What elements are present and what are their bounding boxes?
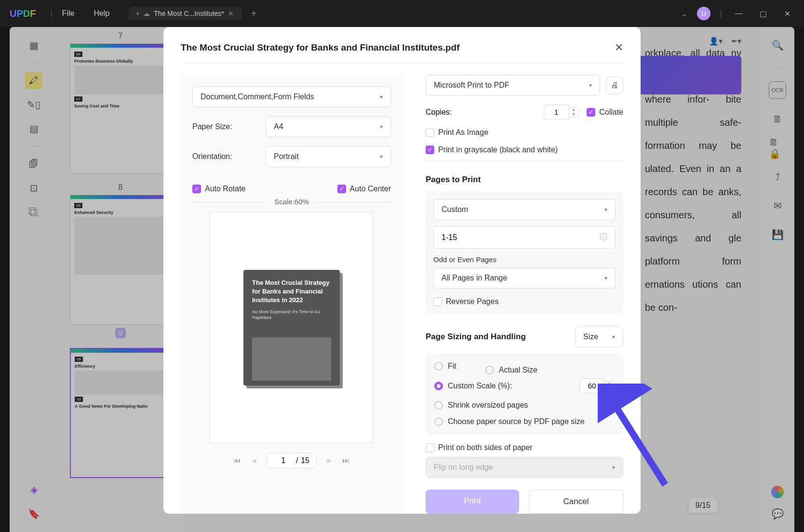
close-window-button[interactable]: ✕	[780, 9, 794, 18]
orientation-select[interactable]: Portrait	[266, 146, 391, 167]
both-sides-checkbox[interactable]	[426, 443, 434, 452]
print-dialog: The Most Crucial Strategy for Banks and …	[163, 27, 641, 514]
collate-checkbox[interactable]: ✓	[587, 108, 595, 117]
actual-size-radio[interactable]	[485, 366, 494, 374]
pages-mode-select[interactable]: Custom	[433, 199, 616, 220]
file-menu[interactable]: File	[62, 9, 75, 18]
copies-spinner[interactable]: ▲▼	[569, 107, 579, 118]
odd-even-label: Odd or Even Pages	[433, 255, 616, 264]
print-preview-panel: Document,Comment,Form Fields Paper Size:…	[181, 75, 402, 514]
next-page-icon[interactable]: »	[324, 454, 333, 467]
orientation-label: Orientation:	[192, 152, 260, 161]
odd-even-select[interactable]: All Pages in Range	[433, 267, 616, 289]
sizing-mode-select[interactable]: Size	[575, 326, 623, 347]
cancel-button[interactable]: Cancel	[529, 490, 623, 514]
copies-input[interactable]	[544, 105, 569, 120]
shrink-radio[interactable]	[434, 401, 443, 410]
print-dialog-overlay: The Most Crucial Strategy for Banks and …	[0, 27, 804, 532]
scale-spinner[interactable]: ▲▼	[604, 381, 615, 391]
custom-scale-input[interactable]	[579, 378, 604, 393]
chevron-down-icon: ▾	[136, 11, 139, 17]
close-tab-icon[interactable]: ✕	[228, 10, 234, 17]
pages-to-print-title: Pages to Print	[426, 175, 623, 185]
tab-title: The Most C...Institutes*	[154, 10, 224, 17]
fit-radio[interactable]	[434, 362, 443, 371]
print-preview: The Most Crucial Strategy for Banks and …	[210, 212, 374, 443]
copies-label: Copies:	[426, 108, 452, 117]
auto-rotate-checkbox[interactable]: ✓	[192, 185, 201, 193]
help-menu[interactable]: Help	[94, 9, 109, 18]
close-icon[interactable]: ✕	[615, 41, 623, 54]
chevron-down-icon[interactable]: ⌄	[681, 9, 687, 18]
total-pages: 15	[301, 456, 309, 465]
auto-center-checkbox[interactable]: ✓	[337, 185, 346, 193]
maximize-button[interactable]: ▢	[756, 9, 770, 18]
paper-size-label: Paper Size:	[192, 122, 260, 131]
document-tab[interactable]: ▾ ☁ The Most C...Institutes* ✕	[129, 7, 241, 20]
prev-page-icon[interactable]: «	[251, 454, 259, 467]
preview-paginator: ⏮ « / 15 » ⏭	[192, 453, 391, 468]
choose-source-radio[interactable]	[434, 417, 443, 426]
scale-label: Scale:60%	[268, 198, 315, 206]
sizing-title: Page Sizing and Handling	[426, 332, 526, 342]
print-settings-panel: Microsoft Print to PDF 🖨 Copies: ▲▼ ✓Col…	[426, 75, 623, 514]
print-button[interactable]: Print	[426, 490, 519, 514]
printer-select[interactable]: Microsoft Print to PDF	[426, 75, 600, 96]
printer-icon[interactable]: 🖨	[606, 77, 623, 94]
print-as-image-checkbox[interactable]	[426, 128, 434, 137]
flip-select: Flip on long edge	[426, 457, 623, 478]
first-page-icon[interactable]: ⏮	[231, 454, 243, 467]
last-page-icon[interactable]: ⏭	[340, 454, 352, 467]
page-input[interactable]	[274, 456, 293, 465]
document-scope-select[interactable]: Document,Comment,Form Fields	[192, 86, 391, 107]
modal-title: The Most Crucial Strategy for Banks and …	[181, 42, 460, 53]
info-icon[interactable]: ⓘ	[600, 232, 607, 242]
titlebar: UPDF | File Help ▾ ☁ The Most C...Instit…	[0, 0, 804, 27]
minimize-button[interactable]: —	[732, 9, 746, 18]
new-tab-button[interactable]: +	[251, 8, 257, 19]
avatar[interactable]: U	[697, 7, 710, 20]
grayscale-checkbox[interactable]: ✓	[426, 146, 434, 154]
app-logo: UPDF	[10, 8, 36, 19]
custom-scale-radio[interactable]	[434, 382, 443, 390]
page-range-input[interactable]: 1-15 ⓘ	[433, 226, 616, 249]
paper-size-select[interactable]: A4	[266, 116, 391, 137]
reverse-checkbox[interactable]	[433, 297, 442, 306]
cloud-icon: ☁	[143, 10, 150, 17]
